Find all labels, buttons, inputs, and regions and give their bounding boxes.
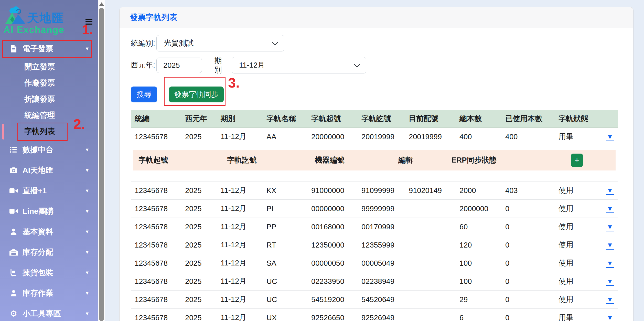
cell-track-status: 使用 [555, 294, 602, 305]
cell-track-end: 54520649 [358, 295, 405, 304]
header-track-end: 字軌訖號 [358, 114, 405, 124]
table-row: 12345678202511-12月PI00000000999999992000… [131, 199, 618, 218]
expand-row-icon[interactable]: ▼ [606, 242, 614, 250]
cell-used-books: 400 [501, 133, 555, 141]
expand-row-icon[interactable]: ▼ [606, 260, 614, 268]
cell-period: 11-12月 [217, 240, 263, 250]
sidebar-item-line-group-buy[interactable]: Line團購 ▾ [0, 201, 98, 221]
expand-row-icon[interactable]: ▼ [606, 296, 614, 304]
cell-track-end: 92526949 [358, 314, 405, 321]
sidebar-subitem-uniform-number-mgmt[interactable]: 統編管理 [0, 107, 98, 123]
cell-year: 2025 [181, 241, 217, 249]
sidebar-item-tools[interactable]: ⚙ 小工具專區 ▾ [0, 303, 98, 321]
filter-row-period: 西元年: 期別 11-12月 [131, 56, 618, 74]
header-track-start: 字軌起號 [307, 114, 358, 124]
cell-track-start: 92526650 [307, 314, 358, 321]
cell-total-books: 120 [456, 241, 501, 249]
subtable-header-row: 字軌起號 字軌訖號 機器編號 編輯 ERP同步狀態 + [133, 150, 616, 170]
cell-track-end: 00005049 [358, 259, 405, 268]
sidebar: 天地匯 AI Exchange 電子發票 ▾ 開立發票 作廢發票 折讓發票 統編… [0, 0, 98, 321]
chevron-down-icon: ▾ [86, 167, 89, 174]
sidebar-subitem-void-invoice[interactable]: 作廢發票 [0, 75, 98, 91]
cell-track-name: PP [263, 223, 307, 231]
sidebar-item-data-hub[interactable]: 數據中台 ▾ [0, 140, 98, 160]
expand-row-icon[interactable]: ▼ [606, 205, 614, 213]
expand-row-icon[interactable]: ▼ [606, 223, 614, 231]
scrollbar-thumb[interactable] [99, 8, 104, 321]
chevron-down-icon: ▾ [86, 290, 89, 296]
sidebar-subitem-track-list[interactable]: 字軌列表 [0, 123, 98, 140]
add-track-button[interactable]: + [571, 154, 583, 167]
sidebar-item-einvoice[interactable]: 電子發票 ▾ [0, 38, 98, 59]
cell-total-books: 6 [456, 314, 501, 321]
sidebar-subitem-create-invoice[interactable]: 開立發票 [0, 59, 98, 75]
cell-track-end: 00170999 [358, 223, 405, 231]
cell-used-books: 403 [501, 186, 555, 195]
cell-used-books: 0 [501, 205, 555, 213]
sidebar-item-inventory-allocation[interactable]: 庫存分配 ▾ [0, 242, 98, 262]
hamburger-menu-icon[interactable] [85, 19, 92, 26]
table-header-row: 統編 西元年 期別 字軌名稱 字軌起號 字軌訖號 目前配號 總本數 已使用本數 … [131, 110, 618, 128]
cell-track-name: AA [263, 133, 307, 141]
cell-current-number: 91020149 [405, 186, 456, 195]
cell-period: 11-12月 [217, 294, 263, 305]
company-label: 統編別: [131, 38, 156, 48]
cell-year: 2025 [181, 314, 217, 321]
cell-expand: ▼ [602, 277, 618, 286]
cell-expand: ▼ [602, 295, 618, 304]
sub-header-machine-number: 機器編號 [310, 155, 393, 165]
sub-header-add: + [566, 154, 616, 167]
table-rows-rest: 12345678202511-12月KX91000000910999999102… [131, 181, 618, 321]
cell-year: 2025 [181, 205, 217, 213]
sidebar-subitem-allowance-invoice[interactable]: 折讓發票 [0, 91, 98, 107]
cell-used-books: 0 [501, 295, 555, 304]
year-input[interactable] [156, 58, 202, 73]
scrollbar-up-arrow-icon[interactable] [99, 2, 104, 6]
sidebar-item-live-stream[interactable]: 直播+1 ▾ [0, 180, 98, 201]
sidebar-scrollbar[interactable] [98, 0, 105, 321]
expand-row-icon[interactable]: ▼ [606, 278, 614, 286]
cell-track-start: 02233950 [307, 277, 358, 286]
sidebar-item-basic-data[interactable]: 基本資料 ▾ [0, 221, 98, 242]
cell-period: 11-12月 [217, 276, 263, 286]
sub-header-track-start: 字軌起號 [133, 155, 222, 165]
cell-track-start: 91000000 [307, 186, 358, 195]
sidebar-item-ai-exchange[interactable]: AI天地匯 ▾ [0, 160, 98, 180]
table-row: 12345678202511-12月AA20000000200199992001… [131, 128, 618, 146]
sidebar-item-picking-packing[interactable]: 揀貨包裝 ▾ [0, 262, 98, 283]
chevron-down-icon: ▾ [86, 228, 89, 235]
cell-year: 2025 [181, 133, 217, 141]
expand-row-icon[interactable]: ▼ [606, 314, 614, 321]
sidebar-item-inventory-operations[interactable]: 庫存作業 ▾ [0, 283, 98, 303]
cell-year: 2025 [181, 186, 217, 195]
cell-period: 11-12月 [217, 222, 263, 232]
table-row: 12345678202511-12月RT12350000123559991200… [131, 236, 618, 254]
cell-used-books: 0 [501, 314, 555, 321]
company-select[interactable]: 光貿測試 [156, 35, 284, 51]
company-select-value: 光貿測試 [164, 38, 194, 48]
filter-row-company: 統編別: 光貿測試 [131, 35, 618, 51]
period-select[interactable]: 11-12月 [232, 57, 366, 73]
cell-year: 2025 [181, 223, 217, 231]
expand-row-icon[interactable]: ▼ [606, 133, 614, 141]
brand-name-zh: 天地匯 [27, 10, 64, 26]
chevron-down-icon [354, 61, 360, 67]
invoice-track-sync-button[interactable]: 發票字軌同步 [169, 87, 224, 102]
cell-expand: ▼ [602, 313, 618, 321]
cell-uniform-number: 12345678 [131, 277, 181, 286]
table-row: 12345678202511-12月PP0016800000170999600使… [131, 218, 618, 236]
header-track-status: 字軌狀態 [555, 114, 602, 124]
sidebar-nav: 電子發票 ▾ 開立發票 作廢發票 折讓發票 統編管理 字軌列表 數據中台 ▾ A… [0, 38, 98, 321]
cell-year: 2025 [181, 277, 217, 286]
cell-track-status: 用畢 [555, 132, 602, 142]
cell-track-status: 使用 [555, 185, 602, 196]
cell-track-status: 用畢 [555, 313, 602, 321]
cell-uniform-number: 12345678 [131, 241, 181, 249]
search-button[interactable]: 搜尋 [131, 87, 157, 102]
expand-row-icon[interactable]: ▼ [606, 187, 614, 195]
sidebar-item-label: 電子發票 [23, 44, 53, 54]
cell-uniform-number: 12345678 [131, 133, 181, 141]
cell-track-start: 20000000 [307, 133, 358, 141]
sub-header-edit: 編輯 [393, 155, 446, 165]
cell-used-books: 0 [501, 277, 555, 286]
